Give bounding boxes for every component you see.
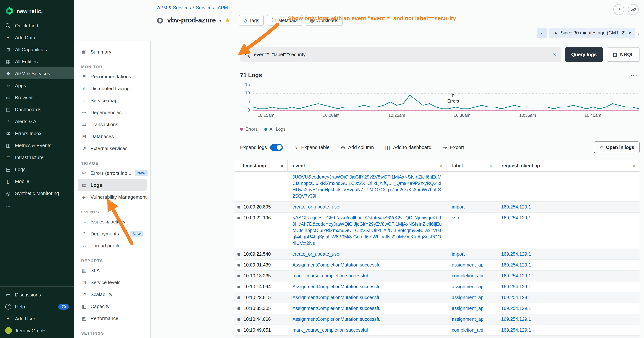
label-link[interactable]: assignment_api [452, 262, 484, 268]
sidebar-item-metrics-events[interactable]: ▥Metrics & Events [0, 139, 74, 151]
row-expand-handle[interactable] [238, 285, 240, 288]
clear-query-icon[interactable]: × [552, 51, 556, 58]
row-expand-handle[interactable] [238, 264, 240, 266]
time-back-button[interactable]: ‹ [537, 28, 546, 38]
time-forward-button[interactable]: › [638, 30, 640, 36]
remove-column-icon[interactable]: × [633, 163, 636, 169]
sidebar-item-apps[interactable]: ▱Apps [0, 79, 74, 91]
subnav-item-sla[interactable]: ▧SLA [78, 264, 146, 276]
query-logs-button[interactable]: Query logs [565, 47, 603, 62]
event-link[interactable]: AssignmentCompletionMutation successful [292, 305, 382, 312]
breadcrumb-link-services-apm[interactable]: Services - APM [196, 5, 228, 11]
sidebar-item-errors-inbox[interactable]: ✉Errors Inbox [0, 127, 74, 139]
ip-link[interactable]: 169.254.129.1 [501, 273, 531, 279]
export-button[interactable]: ↦Export [442, 144, 464, 150]
log-row[interactable]: 10:09:22.540create_or_update_userimport1… [234, 249, 640, 260]
row-expand-handle[interactable] [238, 206, 240, 208]
subnav-item-summary[interactable]: ▣Summary [78, 46, 146, 58]
event-link[interactable]: AssignmentCompletionMutation successful [292, 294, 382, 301]
label-link[interactable]: sso [452, 215, 459, 221]
ip-link[interactable]: 169.254.129.1 [501, 215, 531, 221]
subnav-item-service-levels[interactable]: ⊡Service levels [78, 276, 146, 288]
time-picker[interactable]: ◷ Since 30 minutes ago (GMT+2) ▾ [549, 28, 635, 38]
log-row[interactable]: 10:11:00.311AssignmentCompletionMutation… [234, 336, 640, 338]
log-row[interactable]: 10:10:14.094AssignmentCompletionMutation… [234, 281, 640, 292]
more-menu-icon[interactable]: ⋯ [630, 71, 637, 79]
log-row[interactable]: 10:09:31.439AssignmentCompletionMutation… [234, 260, 640, 271]
subnav-item-deployments[interactable]: ↥DeploymentsNew [78, 228, 146, 240]
sidebar-item-infrastructure[interactable]: ≣Infrastructure [0, 151, 74, 163]
sidebar-item-synthetic-monitoring[interactable]: ◎Synthetic Monitoring [0, 187, 74, 199]
sidebar-item-logs[interactable]: ▤Logs [0, 163, 74, 175]
event-link[interactable]: JUQVU&code=eyJraWQiOiJjcGltY29yZV8wOTl1M… [292, 174, 443, 199]
ip-link[interactable]: 169.254.129.1 [501, 283, 531, 290]
ip-link[interactable]: 169.254.129.1 [501, 305, 531, 312]
ip-link[interactable]: 169.254.129.1 [501, 251, 531, 257]
log-row[interactable]: 10:10:13.235mark_course_completion succe… [234, 271, 640, 281]
subnav-item-issues-activity[interactable]: ∿Issues & activity [78, 216, 146, 228]
sidebar-item-browser[interactable]: ▭Browser [0, 91, 74, 103]
row-expand-handle[interactable] [238, 318, 240, 320]
remove-column-icon[interactable]: × [489, 163, 492, 169]
newrelic-logo[interactable]: new relic. [0, 0, 74, 20]
open-in-logs-button[interactable]: ↗Open in logs [594, 142, 640, 153]
subnav-item-capacity[interactable]: ◧Capacity [78, 300, 146, 312]
sidebar-item-mobile[interactable]: ▯Mobile [0, 175, 74, 187]
event-link[interactable]: mark_course_completion successful [292, 273, 368, 279]
add-column-button[interactable]: ⊕Add column [341, 144, 374, 150]
label-link[interactable]: assignment_api [452, 294, 484, 301]
event-link[interactable]: AssignmentCompletionMutation successful [292, 262, 382, 268]
ip-link[interactable]: 169.254.129.1 [501, 327, 531, 333]
metadata-button[interactable]: ⓘMetadata [267, 15, 302, 26]
row-expand-handle[interactable] [238, 274, 240, 277]
sidebar-item-more[interactable]: … [0, 199, 74, 211]
label-link[interactable]: import [452, 251, 465, 257]
ip-link[interactable]: 169.254.129.1 [501, 316, 531, 322]
expand-logs-toggle[interactable] [270, 144, 282, 151]
row-expand-handle[interactable] [238, 329, 240, 331]
subnav-item-scalability[interactable]: ⇗Scalability [78, 288, 146, 300]
log-row[interactable]: 10:10:44.066AssignmentCompletionMutation… [234, 314, 640, 325]
ip-link[interactable]: 169.254.129.1 [501, 262, 531, 268]
help-circle-icon[interactable]: ? [613, 4, 624, 15]
sidebar-item-apm-services[interactable]: ❖APM & Services [0, 67, 74, 79]
sidebar-item-alerts-ai[interactable]: ◔Alerts & AI [0, 115, 74, 127]
breadcrumb-link-apm-services[interactable]: APM & Services [157, 5, 191, 11]
subnav-item-errors-errors-inb[interactable]: ✉Errors (errors inb...New [78, 167, 146, 179]
sidebar-item-all-capabilities[interactable]: ⊞All Capabilities [0, 44, 74, 55]
expand-table-button[interactable]: ⇲Expand table [294, 144, 330, 150]
subnav-item-databases[interactable]: ⊟Databases [78, 130, 146, 142]
log-row[interactable]: 10:10:23.815AssignmentCompletionMutation… [234, 292, 640, 303]
workloads-button[interactable]: ◎Workloads [306, 15, 343, 26]
subnav-item-dependencies[interactable]: ⊶Dependencies [78, 106, 146, 118]
subnav-item-performance[interactable]: ◩Performance [78, 312, 146, 324]
subnav-item-external-services[interactable]: ↗External services [78, 142, 146, 154]
subnav-item-vulnerability-management[interactable]: ◈Vulnerability Management [78, 191, 146, 203]
log-row[interactable]: 10:10:35.305AssignmentCompletionMutation… [234, 303, 640, 314]
event-link[interactable]: mark_course_completion successful [292, 327, 368, 333]
legend-all-logs[interactable]: All Logs [264, 127, 285, 132]
label-link[interactable]: assignment_api [452, 305, 484, 312]
subnav-item-recommendations[interactable]: ⚑Recommendations [78, 70, 146, 82]
ip-link[interactable]: 169.254.129.1 [501, 204, 531, 210]
row-expand-handle[interactable] [238, 217, 240, 219]
sidebar-item-quick-find[interactable]: Quick Find [0, 20, 74, 32]
row-expand-handle[interactable] [238, 253, 240, 255]
sidebar-item-all-entities[interactable]: ▦All Entities [0, 55, 74, 67]
log-query-bar[interactable]: × [240, 47, 561, 62]
event-link[interactable]: <ASGIRequest: GET '/sso/callback/?state=… [292, 215, 443, 246]
subnav-item-distributed-tracing[interactable]: ⋔Distributed tracing [78, 82, 146, 94]
subnav-item-service-map[interactable]: ∴Service map [78, 94, 146, 106]
sidebar-item-dashboards[interactable]: ◫Dashboards [0, 103, 74, 115]
subnav-item-thread-profiler[interactable]: ≋Thread profiler [78, 240, 146, 251]
link-icon[interactable] [628, 4, 639, 15]
event-link[interactable]: AssignmentCompletionMutation successful [292, 283, 382, 290]
favorite-star-icon[interactable]: ★ [225, 17, 230, 24]
subnav-item-transactions[interactable]: ⇄Transactions [78, 118, 146, 130]
label-link[interactable]: assignment_api [452, 316, 484, 322]
row-expand-handle[interactable] [238, 296, 240, 299]
sidebar-item-add-data[interactable]: +Add Data [0, 32, 74, 44]
log-row[interactable]: 10:10:49.051mark_course_completion succe… [234, 325, 640, 336]
label-link[interactable]: completion_api [452, 273, 483, 279]
remove-column-icon[interactable]: × [280, 163, 284, 169]
